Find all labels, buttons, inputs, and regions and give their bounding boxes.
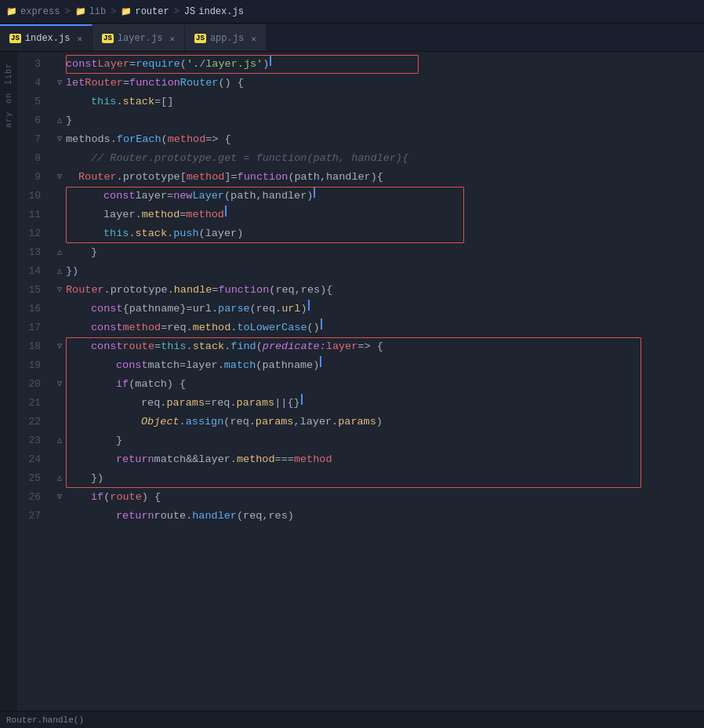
ln-20: 20: [17, 375, 41, 394]
ln-8: 8: [17, 149, 41, 168]
ln-27: 27: [17, 507, 41, 526]
code-line-9: ▽ Router.prototype[method] = function(pa…: [47, 168, 704, 187]
code-line-12: this.stack.push(layer): [47, 224, 704, 243]
fold-14: △: [53, 262, 66, 281]
ln-21: 21: [17, 394, 41, 413]
code-line-18: ▽ const route = this.stack.find( predica…: [47, 337, 704, 356]
code-line-5: this.stack = []: [47, 93, 704, 111]
fold-7: ▽: [53, 130, 66, 149]
ln-23: 23: [17, 431, 41, 450]
status-bar: Router.handle(): [0, 711, 704, 728]
ln-25: 25: [17, 469, 41, 488]
tab-layer-js[interactable]: JS layer.js ✕: [93, 24, 185, 51]
fold-9: ▽: [53, 168, 66, 187]
tab-js-icon-3: JS: [194, 34, 206, 43]
fold-4: ▽: [53, 74, 66, 93]
ln-17: 17: [17, 318, 41, 337]
ln-12: 12: [17, 224, 41, 243]
code-line-23: △ }: [47, 431, 704, 450]
code-line-22: Object.assign(req.params, layer.params): [47, 413, 704, 431]
code-line-7: ▽ methods.forEach(method => {: [47, 130, 704, 149]
code-line-14: △ }): [47, 262, 704, 281]
sidebar-label-on: on: [5, 93, 13, 104]
code-line-24: return match && layer.method === method: [47, 450, 704, 469]
ln-4: 4: [17, 74, 41, 93]
code-line-27: return route.handler(req, res): [47, 507, 704, 526]
left-sidebar: libr on ary: [0, 52, 17, 711]
code-content[interactable]: const Layer = require('./layer.js') ▽ le…: [47, 52, 704, 711]
line-numbers: 3 4 5 6 7 8 9 10 11 12 13 14 15 16 17 18…: [17, 52, 47, 711]
tab-js-icon-1: JS: [9, 34, 21, 43]
fold-15: ▽: [53, 281, 66, 300]
folder-icon-3: 📁: [121, 6, 132, 16]
tab-close-1[interactable]: ✕: [77, 34, 82, 44]
breadcrumb-router[interactable]: 📁 router: [121, 6, 169, 17]
breadcrumb-sep-3: >: [174, 6, 180, 17]
fold-26: ▽: [53, 488, 66, 507]
code-line-13: △ }: [47, 243, 704, 262]
code-line-19: const match = layer.match(pathname): [47, 356, 704, 375]
code-line-11: layer.method = method: [47, 206, 704, 224]
breadcrumb-sep-1: >: [64, 6, 70, 17]
ln-3: 3: [17, 55, 41, 74]
code-line-17: const method = req.method.toLowerCase(): [47, 318, 704, 337]
code-line-20: ▽ if(match) {: [47, 375, 704, 394]
folder-icon: 📁: [6, 6, 17, 16]
ln-13: 13: [17, 243, 41, 262]
ln-19: 19: [17, 356, 41, 375]
ln-26: 26: [17, 488, 41, 507]
editor: libr on ary 3 4 5 6 7 8 9 10 11 12 13 14…: [0, 52, 704, 711]
sidebar-label-libr: libr: [5, 63, 13, 85]
ln-24: 24: [17, 450, 41, 469]
code-line-8: // Router.prototype.get = function(path,…: [47, 149, 704, 168]
breadcrumb-lib[interactable]: 📁 lib: [75, 6, 107, 17]
ln-14: 14: [17, 262, 41, 281]
code-line-3: const Layer = require('./layer.js'): [47, 55, 704, 74]
code-line-26: ▽ if (route) {: [47, 488, 704, 507]
code-line-15: ▽ Router.prototype.handle = function(req…: [47, 281, 704, 300]
code-line-10: const layer = new Layer(path ,handler): [47, 187, 704, 206]
fold-23: △: [53, 431, 66, 450]
ln-9: 9: [17, 168, 41, 187]
ln-16: 16: [17, 300, 41, 318]
tab-close-2[interactable]: ✕: [169, 34, 175, 44]
code-line-4: ▽ let Router = function Router() {: [47, 74, 704, 93]
js-icon-breadcrumb: JS: [184, 6, 195, 17]
ln-15: 15: [17, 281, 41, 300]
ln-18: 18: [17, 337, 41, 356]
tab-js-icon-2: JS: [102, 34, 114, 43]
code-line-6: △ }: [47, 111, 704, 130]
status-text: Router.handle(): [6, 715, 84, 725]
ln-22: 22: [17, 413, 41, 431]
ln-10: 10: [17, 187, 41, 206]
breadcrumb-sep-2: >: [111, 6, 116, 17]
tab-app-js[interactable]: JS app.js ✕: [185, 24, 267, 51]
ln-11: 11: [17, 206, 41, 224]
folder-icon-2: 📁: [75, 6, 86, 16]
breadcrumb-express[interactable]: 📁 express: [6, 6, 60, 17]
code-line-21: req.params = req.params || {}: [47, 394, 704, 413]
sidebar-label-ary: ary: [5, 111, 13, 128]
ln-5: 5: [17, 93, 41, 111]
code-wrapper: 3 4 5 6 7 8 9 10 11 12 13 14 15 16 17 18…: [17, 52, 704, 711]
fold-13: △: [53, 243, 66, 262]
breadcrumb-indexjs[interactable]: JS index.js: [184, 6, 244, 17]
ln-6: 6: [17, 111, 41, 130]
tab-close-3[interactable]: ✕: [251, 34, 256, 44]
title-bar: 📁 express > 📁 lib > 📁 router > JS index.…: [0, 0, 704, 24]
fold-18: ▽: [53, 337, 66, 356]
code-line-25: △ }): [47, 469, 704, 488]
tab-index-js[interactable]: JS index.js ✕: [0, 24, 93, 51]
code-line-16: const {pathname} = url.parse(req.url): [47, 300, 704, 318]
fold-25: △: [53, 469, 66, 488]
fold-6: △: [53, 111, 66, 130]
fold-20: ▽: [53, 375, 66, 394]
tabs-bar: JS index.js ✕ JS layer.js ✕ JS app.js ✕: [0, 24, 704, 52]
ln-7: 7: [17, 130, 41, 149]
